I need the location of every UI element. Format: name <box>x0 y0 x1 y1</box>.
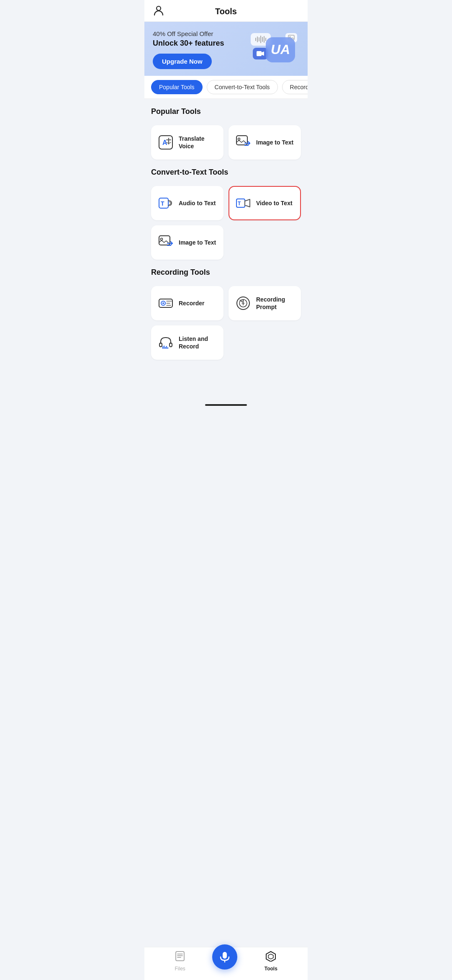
category-tabs: Popular Tools Convert-to-Text Tools Reco… <box>144 76 308 99</box>
video-to-text-icon: T <box>235 195 251 211</box>
banner-text-area: 40% Off Special Offer Unlock 30+ feature… <box>153 30 245 69</box>
svg-point-18 <box>162 302 164 304</box>
image-to-text-convert-icon <box>158 235 174 250</box>
image-to-text-convert-label: Image to Text <box>179 239 216 246</box>
upgrade-now-button[interactable]: Upgrade Now <box>153 54 212 69</box>
video-to-text-card[interactable]: T Video to Text <box>229 186 301 220</box>
image-to-text-popular-card[interactable]: Image to Text <box>229 125 301 160</box>
convert-tools-title: Convert-to-Text Tools <box>151 168 301 177</box>
profile-icon[interactable] <box>153 4 164 19</box>
audio-to-text-icon: T <box>158 195 174 211</box>
listen-record-card[interactable]: Listen and Record <box>151 325 223 360</box>
popular-tools-title: Popular Tools <box>151 107 301 116</box>
recording-prompt-card[interactable]: Recording Prompt <box>229 286 301 320</box>
recorder-label: Recorder <box>179 299 204 307</box>
recording-prompt-label: Recording Prompt <box>256 296 294 311</box>
tab-popular-tools[interactable]: Popular Tools <box>151 80 203 94</box>
image-to-text-popular-icon <box>235 134 251 150</box>
scroll-content: Popular Tools A Translate Voice <box>144 99 308 402</box>
image-to-text-popular-label: Image to Text <box>256 139 293 146</box>
svg-rect-1 <box>257 51 262 56</box>
promo-banner: 40% Off Special Offer Unlock 30+ feature… <box>144 22 308 76</box>
translate-voice-label: Translate Voice <box>179 135 217 150</box>
banner-graphic: UA <box>245 31 299 69</box>
recording-tools-grid: Recorder Recording Prompt <box>144 286 308 360</box>
recording-prompt-icon <box>235 295 251 311</box>
audio-to-text-label: Audio to Text <box>179 199 216 207</box>
tab-convert-tools[interactable]: Convert-to-Text Tools <box>207 80 278 94</box>
svg-marker-13 <box>245 199 250 207</box>
listen-record-icon <box>158 335 174 351</box>
translate-voice-icon: A <box>158 134 174 150</box>
svg-text:T: T <box>238 201 241 206</box>
recorder-icon <box>158 295 174 311</box>
convert-tools-grid: T Audio to Text T Video to Text <box>144 186 308 260</box>
svg-marker-2 <box>262 52 264 56</box>
svg-point-8 <box>238 138 240 140</box>
convert-tools-section: Convert-to-Text Tools <box>144 160 308 186</box>
recording-tools-section: Recording Tools <box>144 260 308 286</box>
image-to-text-convert-card[interactable]: Image to Text <box>151 225 223 260</box>
svg-point-0 <box>157 6 161 10</box>
header: Tools <box>144 0 308 22</box>
audio-to-text-card[interactable]: T Audio to Text <box>151 186 223 220</box>
svg-point-15 <box>161 238 163 240</box>
listen-record-label: Listen and Record <box>179 335 217 350</box>
popular-tools-grid: A Translate Voice Image to Text <box>144 125 308 160</box>
tab-recording[interactable]: Recording <box>282 80 308 94</box>
page-title: Tools <box>215 7 237 16</box>
video-to-text-label: Video to Text <box>256 199 293 207</box>
svg-text:T: T <box>161 200 164 207</box>
popular-tools-section: Popular Tools <box>144 99 308 125</box>
recorder-card[interactable]: Recorder <box>151 286 223 320</box>
translate-voice-card[interactable]: A Translate Voice <box>151 125 223 160</box>
banner-offer-text: 40% Off Special Offer <box>153 30 245 37</box>
home-indicator <box>205 404 247 406</box>
recording-tools-title: Recording Tools <box>151 268 301 277</box>
banner-headline: Unlock 30+ features <box>153 39 245 48</box>
